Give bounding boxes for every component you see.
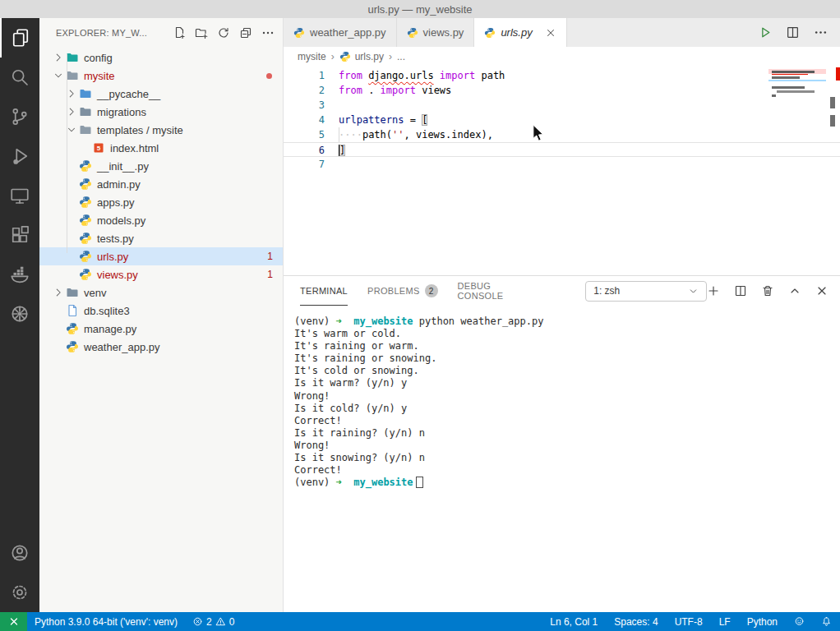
panel-tab-terminal[interactable]: TERMINAL — [300, 277, 348, 306]
tree-item-weather-app-py[interactable]: weather_app.py — [39, 338, 283, 356]
collapse-folders-icon — [239, 26, 252, 39]
line-content: urlpatterns = [ — [339, 113, 427, 127]
activity-bar-bottom — [0, 533, 39, 612]
python-icon — [484, 27, 496, 39]
folder-icon — [66, 69, 79, 82]
tree-item-admin-py[interactable]: admin.py — [39, 175, 283, 193]
code-token: from — [339, 70, 362, 81]
activity-bar-spacer — [0, 334, 39, 533]
tree-item-apps-py[interactable]: apps.py — [39, 193, 283, 211]
file-icon — [66, 304, 79, 317]
tree-item-migrations[interactable]: migrations — [39, 103, 283, 121]
tab-urls-py[interactable]: urls.py — [474, 18, 566, 47]
activity-docker[interactable] — [0, 255, 39, 294]
close-icon — [815, 284, 828, 297]
status-utf-8[interactable]: UTF-8 — [667, 616, 711, 628]
status-bar-right: Ln 6, Col 1Spaces: 4UTF-8LFPython — [542, 616, 840, 628]
activity-extensions[interactable] — [0, 215, 39, 255]
code-line-2: 2from . import views — [284, 83, 840, 98]
activity-source-control[interactable] — [0, 97, 39, 136]
tab-views-py[interactable]: views.py — [397, 18, 475, 47]
terminal-line: (venv) ➜ my_website — [294, 477, 832, 489]
tree-item-templates-mysite[interactable]: templates / mysite — [39, 121, 283, 139]
line-number: 7 — [284, 157, 339, 172]
terminal-line: (venv) ➜ my_website python weather_app.p… — [294, 316, 832, 328]
activity-bar-top — [0, 18, 39, 334]
tree-item-urls-py[interactable]: urls.py1 — [39, 247, 283, 265]
tree-item-models-py[interactable]: models.py — [39, 211, 283, 229]
tree-item-venv[interactable]: venv — [39, 283, 283, 302]
account-icon — [10, 543, 30, 563]
tree-item--init-py[interactable]: __init__.py — [39, 157, 283, 175]
new-folder-button[interactable] — [195, 26, 208, 39]
breadcrumb-segment[interactable]: urls.py — [339, 51, 384, 62]
tree-item--pycache-[interactable]: __pycache__ — [39, 85, 283, 103]
status-ln-6-col-1[interactable]: Ln 6, Col 1 — [542, 616, 606, 628]
split-editor-button[interactable] — [786, 25, 800, 39]
kill-terminal-button[interactable] — [761, 284, 774, 297]
breadcrumb-label: ... — [397, 51, 405, 62]
chevron-right-icon — [66, 106, 77, 117]
chevron-down-icon — [688, 286, 699, 297]
code-token: [ — [422, 114, 427, 126]
activity-search[interactable] — [0, 58, 39, 97]
breadcrumb[interactable]: mysite›urls.py›... — [284, 47, 840, 66]
new-file-button[interactable] — [173, 26, 186, 39]
close-tab-button[interactable] — [545, 27, 556, 39]
tree-item-manage-py[interactable]: manage.py — [39, 320, 283, 338]
code-token: import — [381, 85, 416, 96]
activity-run-debug[interactable] — [0, 136, 39, 176]
panel-tab-problems[interactable]: PROBLEMS2 — [367, 277, 438, 306]
panel-tab-debug-console[interactable]: DEBUG CONSOLE — [458, 277, 532, 306]
activity-remote-explorer[interactable] — [0, 176, 39, 215]
maximize-panel-button[interactable] — [788, 284, 801, 297]
activity-kubernetes[interactable] — [0, 294, 39, 334]
status-right-items: Ln 6, Col 1Spaces: 4UTF-8LFPython — [542, 616, 786, 628]
tree-item-label: apps.py — [97, 196, 135, 209]
new-terminal-button[interactable] — [707, 284, 720, 297]
activity-explorer[interactable] — [0, 18, 39, 58]
code-editor[interactable]: 1from django.urls import path2from . imp… — [284, 66, 840, 275]
tree-item-label: models.py — [97, 214, 145, 227]
tree-item-index-html[interactable]: index.html — [39, 139, 283, 157]
editor-indent-guide — [339, 127, 339, 142]
code-line-5: 5····path('', views.index), — [284, 127, 840, 142]
play-icon — [758, 25, 772, 39]
terminal-text: Wrong! — [294, 440, 330, 451]
remote-icon — [8, 616, 20, 628]
problems-status[interactable]: 2 0 — [185, 612, 242, 631]
tree-item-tests-py[interactable]: tests.py — [39, 229, 283, 247]
shell-selector-dropdown[interactable]: 1: zsh — [585, 281, 707, 302]
status-label: Ln 6, Col 1 — [550, 616, 598, 628]
panel-actions — [707, 284, 828, 297]
status-python[interactable]: Python — [739, 616, 786, 628]
status-lf[interactable]: LF — [711, 616, 739, 628]
close-panel-button[interactable] — [815, 284, 828, 297]
collapse-folders-button[interactable] — [239, 26, 252, 39]
tree-item-views-py[interactable]: views.py1 — [39, 265, 283, 283]
split-terminal-button[interactable] — [734, 284, 747, 297]
status-spaces-4[interactable]: Spaces: 4 — [606, 616, 666, 628]
refresh-button[interactable] — [217, 26, 230, 39]
tree-item-config[interactable]: config — [39, 48, 283, 67]
terminal-panel: TERMINALPROBLEMS2DEBUG CONSOLE 1: zsh (v… — [284, 275, 840, 612]
breadcrumb-segment[interactable]: ... — [397, 51, 405, 62]
activity-accounts[interactable] — [0, 533, 39, 573]
more-actions-button[interactable] — [261, 26, 275, 39]
remote-indicator[interactable] — [0, 612, 27, 631]
feedback-button[interactable] — [786, 616, 813, 627]
more-actions-button[interactable] — [814, 25, 828, 39]
notifications-button[interactable] — [813, 616, 840, 627]
run-python-file-button[interactable] — [758, 25, 772, 39]
breadcrumb-segment[interactable]: mysite — [298, 51, 326, 62]
code-line-6: 6] — [284, 142, 840, 157]
tab-weather_app-py[interactable]: weather_app.py — [284, 18, 397, 47]
terminal-text: ➜ — [336, 477, 342, 488]
tree-item-db-sqlite3[interactable]: db.sqlite3 — [39, 302, 283, 320]
python-interpreter-status[interactable]: Python 3.9.0 64-bit ('venv': venv) — [27, 612, 185, 631]
tree-item-mysite[interactable]: mysite — [39, 67, 283, 85]
breadcrumb-separator: › — [389, 51, 392, 62]
terminal-line: Is it snowing? (y/n) n — [294, 452, 832, 464]
activity-settings[interactable] — [0, 573, 39, 612]
terminal-output[interactable]: (venv) ➜ my_website python weather_app.p… — [294, 316, 832, 489]
